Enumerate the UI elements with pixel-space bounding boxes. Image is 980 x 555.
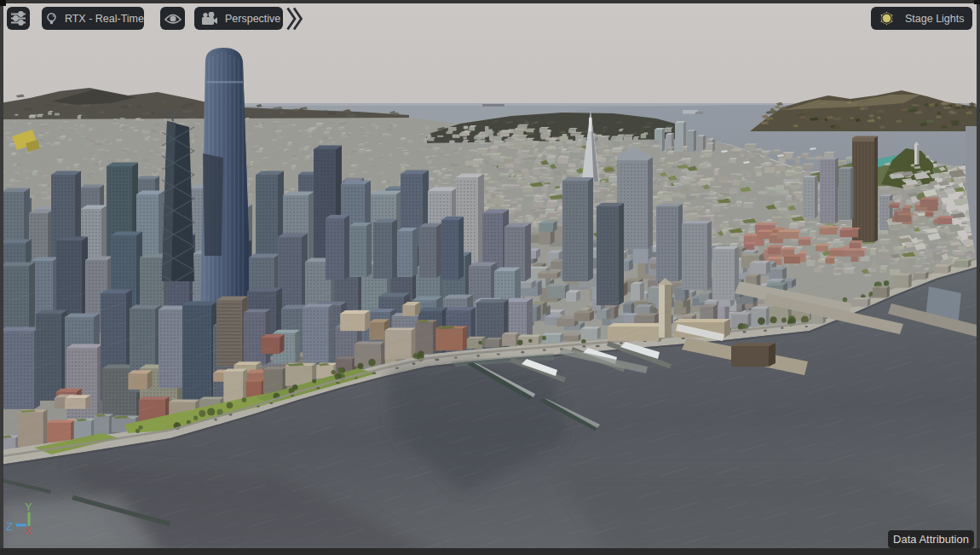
svg-text:Z: Z <box>6 520 13 533</box>
svg-text:Y: Y <box>25 500 32 513</box>
svg-text:X: X <box>25 524 32 537</box>
